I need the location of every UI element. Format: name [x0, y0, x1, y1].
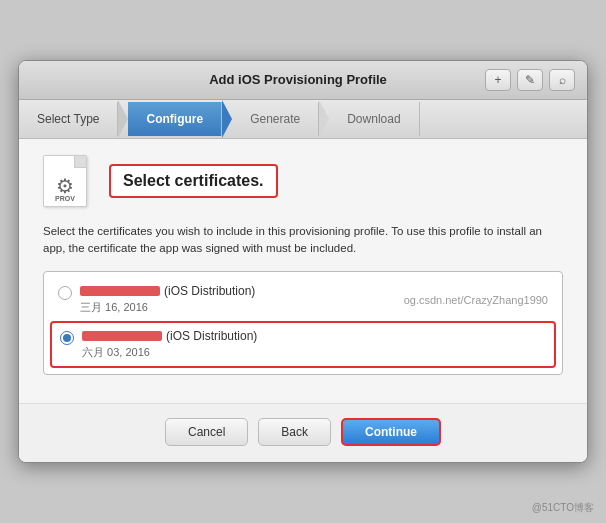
branding-label: @51CTO博客 [532, 501, 594, 515]
search-button[interactable]: ⌕ [549, 69, 575, 91]
steps-bar: Select Type Configure Generate Download [19, 100, 587, 139]
step-configure[interactable]: Configure [128, 102, 222, 136]
section-title: Select certificates. [123, 172, 264, 189]
certificate-list: (iOS Distribution) 三月 16, 2016 og.csdn.n… [43, 271, 563, 375]
cert-name-2: (iOS Distribution) [82, 329, 257, 343]
step-download[interactable]: Download [329, 102, 419, 136]
cert-name-redacted-1 [80, 286, 160, 296]
footer: Cancel Back Continue [19, 403, 587, 462]
step-select-type[interactable]: Select Type [19, 102, 118, 136]
window-title: Add iOS Provisioning Profile [111, 72, 485, 87]
titlebar: Add iOS Provisioning Profile + ✎ ⌕ [19, 61, 587, 100]
titlebar-buttons: + ✎ ⌕ [485, 69, 575, 91]
add-button[interactable]: + [485, 69, 511, 91]
content-area: ⚙ PROV Select certificates. Select the c… [19, 139, 587, 404]
step-generate[interactable]: Generate [232, 102, 319, 136]
cert-item-1[interactable]: (iOS Distribution) 三月 16, 2016 og.csdn.n… [50, 278, 556, 321]
radio-dot-2 [63, 334, 71, 342]
cert-info-1: (iOS Distribution) 三月 16, 2016 [80, 284, 255, 315]
cert-name-1: (iOS Distribution) [80, 284, 255, 298]
section-description: Select the certificates you wish to incl… [43, 223, 563, 258]
section-title-box: Select certificates. [109, 164, 278, 198]
continue-button[interactable]: Continue [341, 418, 441, 446]
cancel-button[interactable]: Cancel [165, 418, 248, 446]
cert-info-2: (iOS Distribution) 六月 03, 2016 [82, 329, 257, 360]
edit-button[interactable]: ✎ [517, 69, 543, 91]
prov-icon: ⚙ PROV [43, 155, 95, 207]
cert-date-1: 三月 16, 2016 [80, 300, 255, 315]
cert-item-2[interactable]: (iOS Distribution) 六月 03, 2016 [50, 321, 556, 368]
cert-name-redacted-2 [82, 331, 162, 341]
radio-cert-2[interactable] [60, 331, 74, 345]
main-window: Add iOS Provisioning Profile + ✎ ⌕ Selec… [18, 60, 588, 464]
radio-cert-1[interactable] [58, 286, 72, 300]
header-section: ⚙ PROV Select certificates. [43, 155, 563, 207]
back-button[interactable]: Back [258, 418, 331, 446]
cert-date-2: 六月 03, 2016 [82, 345, 257, 360]
watermark-1: og.csdn.net/CrazyZhang1990 [404, 294, 548, 306]
